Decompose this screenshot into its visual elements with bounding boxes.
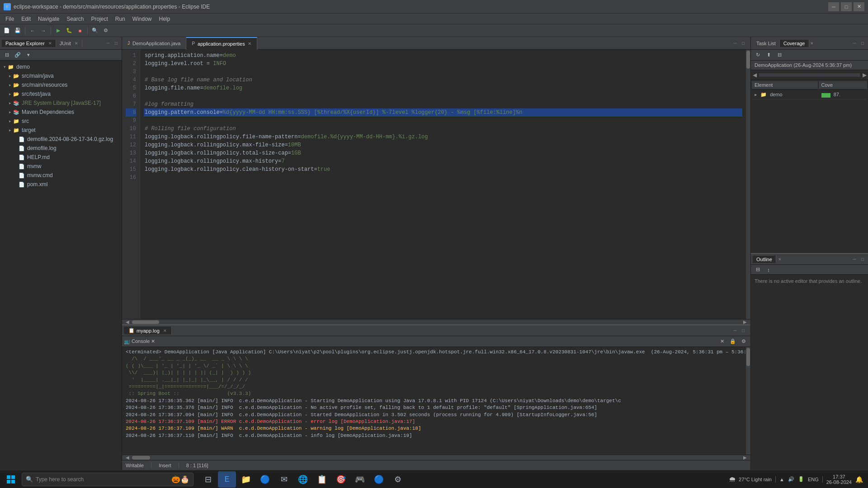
tree-item-demofile-log[interactable]: 📄 demofile.log <box>0 144 122 153</box>
tree-item-maven[interactable]: ▸ 📚 Maven Dependencies <box>0 108 122 117</box>
settings-app[interactable]: ⚙ <box>389 471 407 488</box>
teams-app[interactable]: 🎮 <box>351 471 369 488</box>
coverage-nav-right[interactable]: ▶ <box>861 71 868 79</box>
sidebar-settings-button[interactable]: ▾ <box>24 50 33 60</box>
start-button[interactable] <box>2 472 20 487</box>
tree-item-src[interactable]: ▸ 📁 src <box>0 117 122 126</box>
console-scroll-lock-button[interactable]: 🔒 <box>728 337 738 347</box>
tree-item-help-md[interactable]: 📄 HELP.md <box>0 153 122 162</box>
tree-item-src-test-java[interactable]: ▸ 📂 src/test/java <box>0 89 122 99</box>
outline-close[interactable]: ✕ <box>778 257 782 262</box>
tree-item-pom-xml[interactable]: 📄 pom.xml <box>0 180 122 189</box>
sidebar-minimize-button[interactable]: ─ <box>104 40 112 47</box>
console-clear-button[interactable]: ✕ <box>717 337 727 347</box>
tab-coverage[interactable]: Coverage <box>780 40 809 47</box>
console-output[interactable]: <terminated> DemoApplication [Java Appli… <box>122 347 746 455</box>
menu-edit[interactable]: Edit <box>18 15 34 23</box>
tree-item-mvnw[interactable]: 📄 mvnw <box>0 162 122 171</box>
right-minimize-button[interactable]: ─ <box>851 40 858 47</box>
settings-button[interactable]: ⚙ <box>101 26 111 36</box>
editor-minimize-button[interactable]: ─ <box>731 40 739 47</box>
sidebar-maximize-button[interactable]: □ <box>113 40 120 47</box>
mail-app[interactable]: ✉ <box>275 471 293 488</box>
menu-navigate[interactable]: Navigate <box>34 15 63 23</box>
taskview-button[interactable]: ⊟ <box>199 471 217 488</box>
edge-app[interactable]: 🌐 <box>294 471 312 488</box>
coverage-close[interactable]: ✕ <box>810 41 814 46</box>
junit-close[interactable]: ✕ <box>75 41 78 46</box>
chrome-icon: 🔵 <box>374 474 384 484</box>
minimize-button[interactable]: ─ <box>828 2 839 11</box>
eclipse-app[interactable]: E <box>218 471 236 488</box>
coverage-refresh-button[interactable]: ↻ <box>753 50 763 60</box>
tab-myapp-log[interactable]: 📋 myapp.log ✕ <box>124 327 172 334</box>
editor-hscrollbar[interactable]: ◀ ▶ <box>122 319 750 324</box>
back-button[interactable]: ← <box>28 26 38 36</box>
tab-application-properties[interactable]: P application.properties ✕ <box>186 37 257 50</box>
console-spring-5: =========|_|==============|___/=/_/_/_/ <box>126 384 742 390</box>
tab-task-list[interactable]: Task List <box>753 40 780 47</box>
explorer-app[interactable]: 📁 <box>237 471 255 488</box>
console-toolbar: 📺 Console ✕ ✕ 🔒 ⚙ <box>122 336 750 347</box>
forward-button[interactable]: → <box>38 26 48 36</box>
cortana-app[interactable]: 🔵 <box>256 471 274 488</box>
right-maximize-button[interactable]: □ <box>859 40 866 47</box>
new-button[interactable]: 📄 <box>2 26 12 36</box>
close-button[interactable]: ✕ <box>854 2 864 11</box>
coverage-collapse-button[interactable]: ⊟ <box>774 50 784 60</box>
package-explorer-close[interactable]: ✕ <box>48 41 52 46</box>
visual-studio-app[interactable]: 🎯 <box>332 471 350 488</box>
stop-button[interactable]: ■ <box>75 26 85 36</box>
run-button[interactable]: ▶ <box>53 26 63 36</box>
maximize-button[interactable]: □ <box>841 2 852 11</box>
collapse-all-button[interactable]: ⊟ <box>2 50 12 60</box>
coverage-export-button[interactable]: ⬆ <box>764 50 774 60</box>
outline-minimize-button[interactable]: ─ <box>851 256 858 263</box>
search-button[interactable]: 🔍 <box>90 26 100 36</box>
outline-maximize-button[interactable]: □ <box>859 256 866 263</box>
icon-pom-xml: 📄 <box>18 181 25 188</box>
code-line-5: logging.file.name=demofile.log <box>144 84 742 92</box>
outline-collapse-button[interactable]: ⊟ <box>753 265 763 275</box>
menu-search[interactable]: Search <box>63 15 87 23</box>
console-hscrollbar[interactable]: ◀ ▶ <box>122 455 750 460</box>
clipboard-app[interactable]: 📋 <box>313 471 331 488</box>
editor-maximize-button[interactable]: □ <box>740 40 747 47</box>
tree-item-src-main-resources[interactable]: ▸ 📂 src/main/resources <box>0 80 122 89</box>
menu-project[interactable]: Project <box>87 15 111 23</box>
menu-file[interactable]: File <box>2 15 18 23</box>
window-title: eclipse-workspace - demo/src/main/resour… <box>14 4 210 10</box>
notification-button[interactable]: 🔔 <box>855 476 863 483</box>
tree-item-target[interactable]: ▸ 📁 target <box>0 126 122 135</box>
tree-item-jre[interactable]: ▸ 📚 JRE System Library [JavaSE-17] <box>0 99 122 108</box>
tree-item-src-main-java[interactable]: ▸ 📂 src/main/java <box>0 71 122 80</box>
tree-item-demofile-gz[interactable]: 📄 demofile.2024-08-26-17-34.0.gz.log <box>0 135 122 144</box>
clock[interactable]: 17:37 26-08-2024 <box>826 474 852 485</box>
editor-scrollbar[interactable] <box>746 50 750 319</box>
tree-item-mvnw-cmd[interactable]: 📄 mvnw.cmd <box>0 171 122 180</box>
coverage-row-demo[interactable]: ▸ 📁 demo 87. <box>752 90 867 99</box>
console-scrollbar[interactable] <box>746 347 750 455</box>
tree-item-demo[interactable]: ▾ 📁 demo <box>0 62 122 71</box>
link-editor-button[interactable]: 🔗 <box>13 50 23 60</box>
code-editor[interactable]: spring.application.name=demo logging.lev… <box>140 50 746 319</box>
tab-demo-application[interactable]: J DemoApplication.java <box>122 37 186 50</box>
taskbar-search[interactable]: 🔍 Type here to search 🎃🎂 <box>22 473 193 486</box>
menu-run[interactable]: Run <box>112 15 129 23</box>
tab-outline[interactable]: Outline <box>753 256 776 263</box>
console-settings-button[interactable]: ⚙ <box>739 337 749 347</box>
menu-help[interactable]: Help <box>156 15 174 23</box>
console-maximize-button[interactable]: □ <box>740 327 747 334</box>
tab-package-explorer[interactable]: Package Explorer ✕ <box>2 40 56 47</box>
chrome-app[interactable]: 🔵 <box>370 471 388 488</box>
tab-junit[interactable]: JUnit ✕ <box>56 40 82 47</box>
save-button[interactable]: 💾 <box>13 26 23 36</box>
menu-window[interactable]: Window <box>129 15 156 23</box>
sys-tray: 🌧 27°C Light rain <box>729 475 772 483</box>
outline-sort-button[interactable]: ↕ <box>764 265 774 275</box>
debug-button[interactable]: 🐛 <box>64 26 74 36</box>
coverage-nav-left[interactable]: ◀ <box>751 71 758 79</box>
console-minimize-button[interactable]: ─ <box>731 327 739 334</box>
properties-tab-close[interactable]: ✕ <box>248 41 251 46</box>
myapp-log-close[interactable]: ✕ <box>163 328 167 333</box>
